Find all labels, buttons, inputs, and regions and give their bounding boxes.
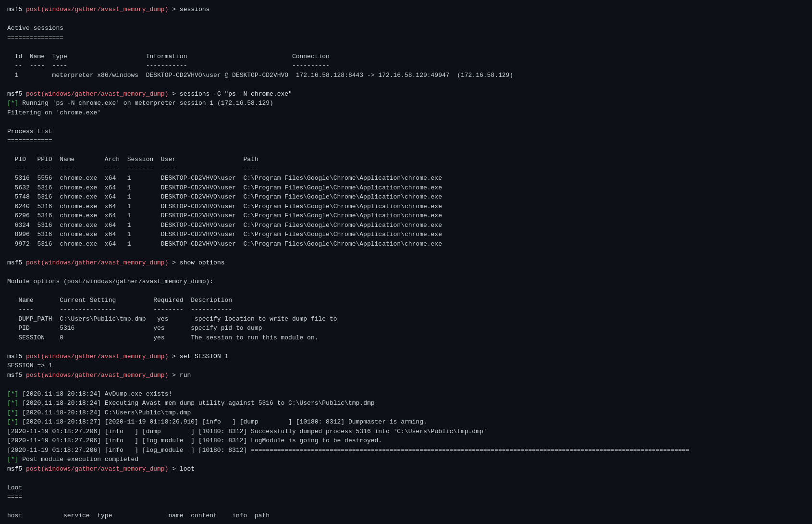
prompt-msf: msf5 (7, 6, 26, 13)
info-line: [*] Running 'ps -N chrome.exe' on meterp… (7, 99, 805, 108)
prompt-msf: msf5 (7, 90, 26, 98)
prompt-module: post(windows/gather/avast_memory_dump) (26, 372, 168, 379)
info-text: Post module execution completed (22, 456, 138, 463)
info-line: [*] [2020.11.18-20:18:24] C:\Users\Publi… (7, 408, 805, 418)
terminal-line: ---- --------------- -------- ----------… (7, 305, 805, 314)
info-line: [*] [2020.11.18-20:18:24] AvDump.exe exi… (7, 389, 805, 399)
terminal-line: 9972 5316 chrome.exe x64 1 DESKTOP-CD2VH… (7, 239, 805, 249)
terminal-line: Process List (7, 127, 805, 137)
info-bracket: [*] (7, 390, 22, 398)
prompt-line: msf5 post(windows/gather/avast_memory_du… (7, 464, 805, 474)
terminal-line: 5316 5556 chrome.exe x64 1 DESKTOP-CD2VH… (7, 174, 805, 183)
blank-line (7, 286, 805, 296)
prompt-command: > show options (168, 259, 224, 266)
blank-line (7, 342, 805, 352)
prompt-module: post(windows/gather/avast_memory_dump) (26, 6, 168, 13)
terminal-line: --- ---- ---- ---- ------- ---- ---- (7, 164, 805, 174)
prompt-line: msf5 post(windows/gather/avast_memory_du… (7, 371, 805, 380)
terminal-line: Active sessions (7, 24, 805, 33)
blank-line (7, 502, 805, 512)
prompt-module: post(windows/gather/avast_memory_dump) (26, 259, 168, 266)
blank-line (7, 80, 805, 89)
prompt-line: msf5 post(windows/gather/avast_memory_du… (7, 5, 805, 14)
prompt-msf: msf5 (7, 465, 26, 473)
terminal-line: [2020-11-19 01:18:27.206] [info ] [log_m… (7, 446, 805, 455)
prompt-line: msf5 post(windows/gather/avast_memory_du… (7, 258, 805, 268)
blank-line (7, 42, 805, 52)
terminal-line: PID PPID Name Arch Session User Path (7, 155, 805, 164)
blank-line (7, 380, 805, 389)
terminal-line: 8996 5316 chrome.exe x64 1 DESKTOP-CD2VH… (7, 230, 805, 239)
prompt-command: > loot (168, 465, 195, 473)
info-text: Running 'ps -N chrome.exe' on meterprete… (22, 100, 273, 107)
terminal-line: host service type name content info path (7, 511, 805, 521)
prompt-msf: msf5 (7, 372, 26, 379)
prompt-command: > sessions (168, 6, 209, 13)
blank-line (7, 474, 805, 483)
terminal-line: SESSION => 1 (7, 361, 805, 371)
terminal-line: ==== (7, 492, 805, 502)
terminal-line: 6240 5316 chrome.exe x64 1 DESKTOP-CD2VH… (7, 202, 805, 212)
terminal-line: ============ (7, 136, 805, 146)
prompt-command: > set SESSION 1 (168, 353, 228, 360)
blank-line (7, 146, 805, 155)
info-text: [2020.11.18-20:18:24] Executing Avast me… (22, 399, 374, 407)
info-line: [*] [2020.11.18-20:18:24] Executing Avas… (7, 399, 805, 408)
prompt-module: post(windows/gather/avast_memory_dump) (26, 90, 168, 98)
terminal-line: Id Name Type Information Connection (7, 52, 805, 62)
terminal-line: =============== (7, 33, 805, 43)
info-text: [2020.11.18-20:18:24] AvDump.exe exists! (22, 390, 172, 398)
prompt-msf: msf5 (7, 259, 26, 266)
info-bracket: [*] (7, 100, 22, 107)
prompt-line: msf5 post(windows/gather/avast_memory_du… (7, 89, 805, 99)
terminal-line: 6296 5316 chrome.exe x64 1 DESKTOP-CD2VH… (7, 211, 805, 221)
info-line: [*] [2020.11.18-20:18:27] [2020-11-19 01… (7, 417, 805, 427)
blank-line (7, 14, 805, 24)
terminal-line: Loot (7, 483, 805, 493)
terminal-line: Module options (post/windows/gather/avas… (7, 277, 805, 287)
terminal-content: msf5 post(windows/gather/avast_memory_du… (7, 5, 805, 524)
info-bracket: [*] (7, 418, 22, 425)
blank-line (7, 249, 805, 258)
terminal-line: PID 5316 yes specify pid to dump (7, 324, 805, 333)
info-bracket: [*] (7, 456, 22, 463)
info-bracket: [*] (7, 399, 22, 407)
blank-line (7, 267, 805, 277)
terminal-line: [2020-11-19 01:18:27.206] [info ] [dump … (7, 427, 805, 437)
info-text: [2020.11.18-20:18:27] [2020-11-19 01:18:… (22, 418, 427, 425)
terminal-line: 1 meterpreter x86/windows DESKTOP-CD2VHV… (7, 71, 805, 80)
prompt-line: msf5 post(windows/gather/avast_memory_du… (7, 352, 805, 362)
terminal-line: Name Current Setting Required Descriptio… (7, 296, 805, 305)
info-bracket: [*] (7, 409, 22, 416)
prompt-msf: msf5 (7, 353, 26, 360)
terminal-line: 5748 5316 chrome.exe x64 1 DESKTOP-CD2VH… (7, 192, 805, 202)
prompt-module: post(windows/gather/avast_memory_dump) (26, 353, 168, 360)
prompt-module: post(windows/gather/avast_memory_dump) (26, 465, 168, 473)
terminal-line: -- ---- ---- ----------- ---------- (7, 61, 805, 71)
terminal-line: [2020-11-19 01:18:27.206] [info ] [log_m… (7, 436, 805, 446)
terminal-window: msf5 post(windows/gather/avast_memory_du… (7, 5, 805, 524)
terminal-line: ---- ------- ---- ---- ------- ---- ---- (7, 521, 805, 524)
terminal-line: Filtering on 'chrome.exe' (7, 108, 805, 118)
terminal-line: DUMP_PATH C:\Users\Public\tmp.dmp yes sp… (7, 314, 805, 324)
prompt-command: > run (168, 372, 191, 379)
terminal-line: SESSION 0 yes The session to run this mo… (7, 333, 805, 343)
terminal-line: 6324 5316 chrome.exe x64 1 DESKTOP-CD2VH… (7, 221, 805, 230)
info-text: [2020.11.18-20:18:24] C:\Users\Public\tm… (22, 409, 191, 416)
blank-line (7, 117, 805, 127)
info-line: [*] Post module execution completed (7, 455, 805, 464)
terminal-line: 5632 5316 chrome.exe x64 1 DESKTOP-CD2VH… (7, 183, 805, 193)
prompt-command: > sessions -C "ps -N chrome.exe" (168, 90, 292, 98)
